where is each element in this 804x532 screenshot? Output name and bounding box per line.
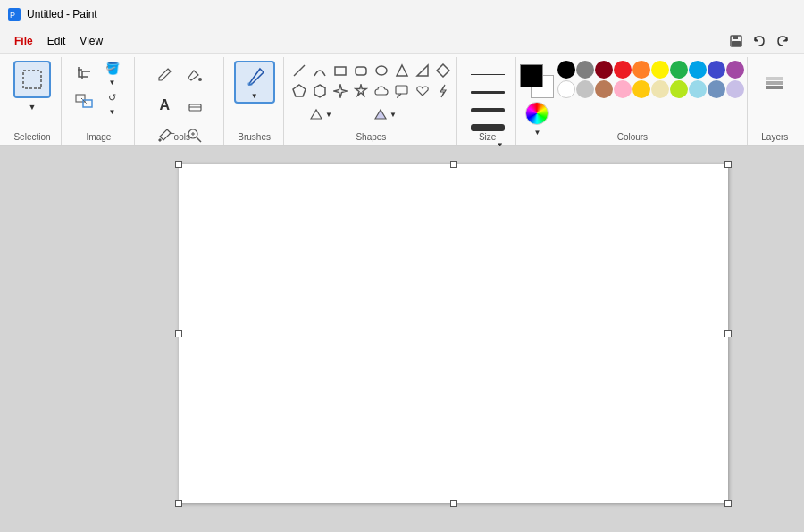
group-layers: Layers: [750, 57, 800, 145]
svg-point-9: [198, 78, 202, 81]
colour-swatch[interactable]: [557, 61, 575, 79]
menu-edit[interactable]: Edit: [40, 33, 73, 49]
shape-diamond[interactable]: [433, 61, 453, 80]
handle-top-left[interactable]: [175, 161, 182, 168]
fill-tool[interactable]: [180, 61, 209, 89]
colour-swatch[interactable]: [651, 61, 669, 79]
colour-swatch[interactable]: [632, 61, 650, 79]
shape-hexagon[interactable]: [310, 81, 330, 101]
handle-top-right[interactable]: [724, 161, 732, 168]
shape-outline-tool[interactable]: ▼: [289, 104, 352, 124]
svg-line-12: [197, 137, 201, 142]
colour-swatch[interactable]: [689, 80, 707, 98]
ribbon: ▼ Selection 🪣 ▼: [0, 54, 804, 146]
size-label: Size: [479, 132, 496, 142]
svg-rect-4: [732, 41, 741, 46]
svg-rect-18: [356, 67, 366, 75]
shape-triangle[interactable]: [392, 61, 412, 80]
shape-pentagon[interactable]: [289, 81, 309, 101]
group-shapes: ▼ ▼ Shapes: [286, 57, 458, 145]
svg-marker-24: [314, 85, 325, 97]
colour-swatch[interactable]: [614, 80, 632, 98]
rotate-tool[interactable]: ↺: [98, 90, 127, 104]
svg-text:P: P: [10, 11, 15, 20]
shape-ellipse[interactable]: [372, 61, 391, 80]
selection-label: Selection: [13, 132, 50, 142]
titlebar: P Untitled - Paint: [0, 0, 804, 29]
brush-tool[interactable]: ▼: [234, 61, 275, 104]
colour-swatch[interactable]: [708, 80, 725, 98]
shape-rect-rounded[interactable]: [351, 61, 371, 80]
menu-file[interactable]: File: [7, 33, 40, 49]
foreground-color[interactable]: [520, 64, 543, 87]
colour-swatch[interactable]: [632, 80, 650, 98]
shape-right-triangle[interactable]: [413, 61, 432, 80]
colour-swatch[interactable]: [670, 61, 688, 79]
colour-swatch[interactable]: [726, 80, 744, 98]
image-label: Image: [87, 132, 112, 142]
svg-rect-27: [396, 86, 407, 94]
layers-label: Layers: [761, 132, 788, 142]
group-image: 🪣 ▼ ↺ ▼: [63, 57, 135, 145]
shape-heart[interactable]: [413, 81, 432, 101]
colour-swatch[interactable]: [595, 61, 613, 79]
pencil-tool[interactable]: [150, 61, 179, 89]
shape-cloud[interactable]: [372, 81, 391, 101]
redo-button[interactable]: [772, 30, 793, 52]
paint-bucket-tool[interactable]: 🪣: [98, 61, 127, 75]
svg-rect-28: [766, 86, 783, 89]
shape-curve[interactable]: [310, 61, 330, 80]
selection-tool[interactable]: [13, 61, 51, 98]
paint-bucket-dropdown[interactable]: ▼: [98, 76, 127, 88]
size-1[interactable]: [469, 68, 507, 80]
colour-swatch[interactable]: [708, 61, 725, 79]
shape-star4[interactable]: [331, 81, 350, 101]
size-2[interactable]: [469, 86, 507, 98]
group-size: ▼ Size: [459, 57, 516, 145]
colour-swatch[interactable]: [614, 61, 632, 79]
tools-label: Tools: [170, 132, 190, 142]
text-tool[interactable]: A: [150, 91, 179, 120]
shape-line[interactable]: [289, 61, 309, 80]
group-colours: ▼ Colours: [518, 57, 747, 145]
colour-swatch[interactable]: [595, 80, 613, 98]
colour-swatch[interactable]: [689, 61, 707, 79]
handle-bottom-left[interactable]: [175, 500, 182, 507]
size-3[interactable]: [469, 104, 507, 116]
svg-marker-26: [356, 85, 366, 96]
colour-swatch[interactable]: [651, 80, 669, 98]
shape-callout-rect[interactable]: [392, 81, 412, 101]
eraser-tool[interactable]: [180, 91, 209, 120]
svg-line-8: [81, 98, 87, 104]
handle-middle-left[interactable]: [175, 330, 182, 337]
app-icon: P: [7, 7, 21, 21]
handle-bottom-center[interactable]: [450, 500, 457, 507]
undo-button[interactable]: [749, 30, 770, 52]
handle-middle-right[interactable]: [724, 330, 732, 337]
shape-lightning[interactable]: [433, 81, 453, 101]
color-picker-wheel[interactable]: [525, 102, 549, 125]
menu-view[interactable]: View: [72, 33, 110, 49]
colour-swatch[interactable]: [670, 80, 688, 98]
shape-rect[interactable]: [331, 61, 350, 80]
canvas-paper[interactable]: [179, 164, 728, 503]
shape-star5[interactable]: [351, 81, 371, 101]
shape-fill-tool[interactable]: ▼: [354, 104, 416, 124]
selection-dropdown[interactable]: ▼: [24, 100, 40, 114]
title-text: Untitled - Paint: [27, 8, 97, 21]
layers-button[interactable]: [758, 68, 791, 100]
canvas-area[interactable]: [0, 146, 804, 532]
crop-tool[interactable]: [71, 61, 96, 86]
colour-swatch[interactable]: [576, 61, 594, 79]
svg-marker-20: [397, 65, 407, 76]
handle-bottom-right[interactable]: [724, 500, 732, 507]
handle-top-center[interactable]: [450, 161, 457, 168]
svg-rect-3: [733, 36, 738, 39]
colour-swatch[interactable]: [726, 61, 744, 79]
color-picker-dropdown[interactable]: ▼: [525, 127, 549, 137]
rotate-dropdown[interactable]: ▼: [98, 105, 127, 118]
colour-swatch[interactable]: [576, 80, 594, 98]
save-button[interactable]: [725, 30, 747, 52]
resize-tool[interactable]: [71, 90, 96, 112]
colour-swatch[interactable]: [557, 80, 575, 98]
